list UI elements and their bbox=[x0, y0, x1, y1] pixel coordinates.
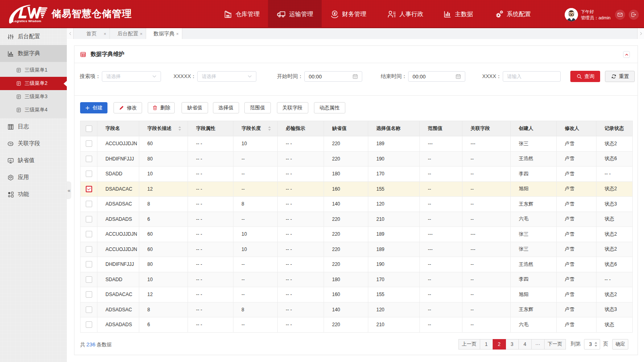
column-header[interactable]: 修改人 bbox=[557, 121, 597, 136]
row-checkbox[interactable] bbox=[86, 140, 92, 147]
table-cell: 王东辉 bbox=[511, 302, 557, 317]
page-button[interactable]: 3 bbox=[506, 339, 519, 350]
page-button[interactable]: 2 bbox=[493, 339, 506, 350]
row-checkbox[interactable] bbox=[86, 291, 92, 298]
table-cell: -- - bbox=[188, 212, 233, 227]
mail-button[interactable] bbox=[615, 10, 625, 20]
column-header[interactable]: 范围值 bbox=[420, 121, 462, 136]
sidebar-item-applications[interactable]: 应用 bbox=[0, 169, 67, 186]
page-button[interactable]: 下一页 bbox=[544, 339, 566, 350]
tab[interactable]: 首页 × bbox=[74, 28, 110, 39]
select-all-checkbox[interactable] bbox=[86, 125, 92, 132]
nav-sysconfig[interactable]: 系统配置 bbox=[486, 0, 539, 28]
tab-close-icon[interactable]: × bbox=[140, 31, 142, 36]
doc-icon bbox=[16, 68, 21, 73]
row-checkbox[interactable] bbox=[86, 306, 92, 313]
edit-button[interactable]: 修改 bbox=[114, 102, 142, 113]
tab[interactable]: 数据字典 × bbox=[146, 28, 182, 39]
nav-warehouse[interactable]: 仓库管理 bbox=[215, 0, 268, 28]
reset-button[interactable]: 重置 bbox=[605, 71, 635, 82]
row-checkbox[interactable] bbox=[86, 186, 92, 192]
nav-transport[interactable]: 运输管理 bbox=[268, 0, 322, 28]
sidebar-item-default-values[interactable]: 缺省值 bbox=[0, 152, 67, 169]
row-checkbox[interactable] bbox=[86, 216, 92, 222]
xxxxx-select[interactable]: 请选择 bbox=[197, 71, 256, 82]
row-checkbox[interactable] bbox=[86, 276, 92, 283]
row-checkbox[interactable] bbox=[86, 261, 92, 267]
table-cell: DHDIFNFJJJ bbox=[97, 257, 139, 272]
sidebar-submenu-item[interactable]: 三级菜单2 bbox=[0, 77, 67, 90]
sidebar-item-linked-fields[interactable]: 关联字段 bbox=[0, 135, 67, 152]
table-cell: DHDIFNFJJJ bbox=[97, 151, 139, 167]
table-cell: -- - bbox=[278, 242, 324, 257]
tabs-scroll-left-button[interactable] bbox=[67, 28, 74, 39]
column-header[interactable]: 选择值名称 bbox=[368, 121, 420, 136]
sidebar-item-backend-config[interactable]: 后台配置 bbox=[0, 28, 67, 45]
row-checkbox[interactable] bbox=[86, 231, 92, 237]
table-row: ACCUOJJDJN60-- -10-- -220189------张三卢雪状态… bbox=[80, 136, 633, 152]
goto-page-input[interactable]: 3 bbox=[584, 339, 600, 350]
sidebar-item-logs[interactable]: 日志 bbox=[0, 118, 67, 135]
column-header[interactable]: 字段长度 bbox=[233, 121, 278, 136]
table-cell: -- - bbox=[188, 242, 233, 257]
user-role-text: 管理员：admin bbox=[581, 15, 611, 21]
collapse-card-button[interactable] bbox=[623, 51, 630, 58]
confirm-button[interactable]: 确定 bbox=[612, 339, 628, 350]
row-checkbox[interactable] bbox=[86, 321, 92, 328]
tab-close-icon[interactable]: × bbox=[104, 31, 106, 36]
row-checkbox[interactable] bbox=[86, 156, 92, 162]
start-time-input[interactable]: 00:00 bbox=[304, 71, 362, 82]
sort-icon[interactable] bbox=[178, 126, 182, 131]
column-header[interactable]: 字段长描述 bbox=[139, 121, 188, 136]
table-cell: -- - bbox=[188, 167, 233, 182]
dynamic-attr-button[interactable]: 动态属性 bbox=[314, 102, 345, 113]
sidebar-submenu-item[interactable]: 三级菜单3 bbox=[0, 90, 67, 103]
table-cell: 155 bbox=[368, 287, 420, 302]
column-header[interactable]: 缺省值 bbox=[324, 121, 368, 136]
row-checkbox[interactable] bbox=[86, 201, 92, 207]
column-header[interactable]: 必输指示 bbox=[278, 121, 324, 136]
query-button[interactable]: 查询 bbox=[570, 71, 600, 82]
column-header[interactable]: 字段名 bbox=[97, 121, 139, 136]
sidebar-item-features[interactable]: 功能 bbox=[0, 186, 67, 203]
sidebar: 后台配置 数据字典 三级菜单1 三级菜单2 三级菜单3 bbox=[0, 28, 67, 362]
delete-button[interactable]: 删除 bbox=[148, 102, 175, 113]
create-button[interactable]: 创建 bbox=[80, 102, 107, 113]
select-value-button[interactable]: 选择值 bbox=[213, 102, 239, 113]
page-button[interactable]: ··· bbox=[531, 339, 545, 350]
sidebar-item-data-dictionary[interactable]: 数据字典 bbox=[0, 45, 67, 62]
column-header[interactable]: 字段属性 bbox=[188, 121, 233, 136]
search-select[interactable]: 请选择 bbox=[102, 71, 161, 82]
sidebar-submenu-item[interactable]: 三级菜单1 bbox=[0, 64, 67, 77]
nav-masterdata[interactable]: 主数据 bbox=[434, 0, 481, 28]
sidebar-submenu-item[interactable]: 三级菜单4 bbox=[0, 103, 67, 117]
table-cell: ACCUOJJDJN bbox=[97, 227, 139, 242]
logout-button[interactable] bbox=[629, 10, 639, 20]
sidebar-collapse-handle[interactable]: « bbox=[67, 181, 71, 199]
tabs-scroll-right-button[interactable] bbox=[637, 28, 644, 39]
xxxx-text-input[interactable]: 请输入 bbox=[503, 71, 561, 82]
default-value-button[interactable]: 缺省值 bbox=[182, 102, 208, 113]
table-cell: -- bbox=[233, 257, 278, 272]
range-value-button[interactable]: 范围值 bbox=[244, 102, 271, 113]
column-header[interactable]: 关联字段 bbox=[462, 121, 511, 136]
sort-icon[interactable] bbox=[267, 126, 272, 131]
table-grid-icon bbox=[80, 51, 86, 58]
column-header[interactable]: 创建人 bbox=[511, 121, 557, 136]
page-button[interactable]: 1 bbox=[480, 339, 493, 350]
tab-close-icon[interactable]: × bbox=[176, 31, 179, 36]
end-time-input[interactable]: 00:00 bbox=[408, 71, 465, 82]
row-checkbox[interactable] bbox=[86, 171, 92, 177]
table-cell: -- - bbox=[278, 197, 324, 212]
page-button[interactable]: 4 bbox=[518, 339, 532, 350]
table-cell: --- bbox=[420, 227, 462, 242]
tab[interactable]: 后台配置 × bbox=[110, 28, 146, 39]
page-button[interactable]: 上一页 bbox=[458, 339, 480, 350]
table-cell: -- bbox=[462, 151, 511, 167]
nav-finance[interactable]: 财务管理 bbox=[322, 0, 375, 28]
row-checkbox[interactable] bbox=[86, 246, 92, 253]
linked-field-button[interactable]: 关联字段 bbox=[277, 102, 308, 113]
user-info[interactable]: 下午好 管理员：admin bbox=[565, 8, 611, 21]
nav-hr[interactable]: 人事行政 bbox=[379, 0, 432, 28]
column-header[interactable]: 记录状态 bbox=[597, 121, 633, 136]
